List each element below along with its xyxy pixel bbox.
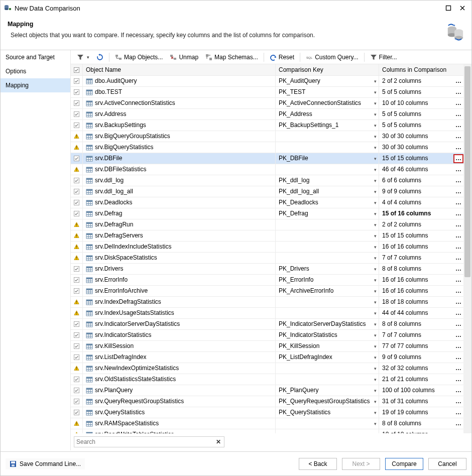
table-row[interactable]: srv.ActiveConnectionStatisticsPK_ActiveC… [71,98,463,109]
columns-cell[interactable]: 16 of 16 columns… [379,242,463,252]
back-button[interactable]: < Back [299,458,337,470]
columns-cell[interactable]: 7 of 7 columns… [379,330,463,340]
comparison-key-cell[interactable]: ▾ [276,253,379,263]
columns-cell[interactable]: 10 of 10 columns… [379,98,463,108]
row-checkbox[interactable] [71,186,83,197]
comparison-key-cell[interactable]: PK_ddl_log_all▾ [276,186,379,197]
row-checkbox[interactable] [71,175,83,186]
row-checkbox[interactable] [71,76,83,86]
edit-columns-button[interactable]: … [454,232,462,240]
unmap-button[interactable]: Unmap [167,52,201,63]
comparison-key-cell[interactable]: PK_ErrorInfo▾ [276,275,379,285]
custom-query-button[interactable]: SQL Custom Query... [303,52,361,63]
comparison-key-cell[interactable]: PK_IndicatorStatistics▾ [276,330,379,340]
columns-cell[interactable]: 100 of 100 columns… [379,385,463,396]
row-checkbox[interactable] [71,286,83,296]
edit-columns-button[interactable]: … [454,144,462,151]
edit-columns-button[interactable]: … [454,376,462,383]
comparison-key-cell[interactable]: ▾ [276,418,379,429]
table-row[interactable]: srv.QueryRequestGroupStatisticsPK_QueryR… [71,396,463,407]
edit-columns-button[interactable]: … [454,266,462,273]
save-command-line-button[interactable]: Save Command Line... [6,458,85,469]
search-input[interactable] [76,438,215,445]
table-row[interactable]: srv.ReadWriteTablesStatistics▾10 of 10 c… [71,429,463,433]
table-row[interactable]: srv.ErrorInfoArchivePK_ArchiveErrorInfo▾… [71,286,463,297]
row-checkbox[interactable] [71,153,83,164]
edit-columns-button[interactable]: … [454,343,462,350]
table-row[interactable]: srv.BackupSettingsPK_BackupSettings_1▾5 … [71,120,463,131]
comparison-key-cell[interactable]: PK_Defrag▾ [276,208,379,219]
edit-columns-button[interactable]: … [454,89,462,96]
comparison-key-cell[interactable]: PK_QueryStatistics▾ [276,407,379,418]
table-row[interactable]: srv.DeadlocksPK_Deadlocks▾4 of 4 columns… [71,197,463,208]
row-checkbox[interactable] [71,275,83,285]
table-row[interactable]: srv.IndexDefragStatistics▾18 of 18 colum… [71,297,463,308]
table-row[interactable]: srv.RAMSpaceStatistics▾8 of 8 columns… [71,418,463,429]
edit-columns-button[interactable]: … [454,387,462,394]
columns-cell[interactable]: 7 of 7 columns… [379,253,463,263]
comparison-key-cell[interactable]: PK_PlanQuery▾ [276,385,379,396]
comparison-key-cell[interactable]: PK_AuditQuery▾ [276,76,379,86]
table-row[interactable]: srv.NewIndexOptimizeStatistics▾32 of 32 … [71,363,463,374]
edit-columns-button[interactable]: … [454,420,462,427]
table-row[interactable]: dbo.AuditQueryPK_AuditQuery▾2 of 2 colum… [71,76,463,87]
comparison-key-cell[interactable]: PK_IndicatorServerDayStatistics▾ [276,319,379,329]
edit-columns-button[interactable]: … [454,244,462,251]
edit-columns-button[interactable]: … [454,199,462,206]
col-comparison-key[interactable]: Comparison Key [276,64,379,75]
sidebar-item-mapping[interactable]: Mapping [1,78,70,92]
columns-cell[interactable]: 19 of 19 columns… [379,407,463,418]
comparison-key-cell[interactable]: ▾ [276,131,379,142]
cancel-button[interactable]: Cancel [428,458,466,470]
edit-columns-button[interactable]: … [454,288,462,295]
table-row[interactable]: dbo.TESTPK_TEST▾5 of 5 columns… [71,87,463,98]
col-object-name[interactable]: Object Name [83,64,276,75]
columns-cell[interactable]: 8 of 8 columns… [379,418,463,429]
edit-columns-button[interactable]: … [454,398,462,405]
comparison-key-cell[interactable]: ▾ [276,219,379,230]
comparison-key-cell[interactable]: PK_KillSession▾ [276,341,379,351]
columns-cell[interactable]: 30 of 30 columns… [379,142,463,153]
comparison-key-cell[interactable]: PK_ddl_log▾ [276,175,379,186]
comparison-key-cell[interactable]: PK_ArchiveErrorInfo▾ [276,286,379,296]
edit-columns-button[interactable]: … [454,177,462,184]
edit-columns-button[interactable]: … [454,210,462,217]
row-checkbox[interactable] [71,330,83,340]
edit-columns-button[interactable]: … [454,299,462,306]
table-row[interactable]: srv.DefragPK_Defrag▾15 of 16 columns… [71,208,463,219]
edit-columns-button[interactable]: … [454,78,462,85]
comparison-key-cell[interactable]: ▾ [276,363,379,374]
clear-search-icon[interactable]: ✕ [215,438,222,445]
comparison-key-cell[interactable]: ▾ [276,374,379,385]
columns-cell[interactable]: 16 of 16 columns… [379,286,463,296]
row-checkbox[interactable] [71,208,83,219]
table-row[interactable]: srv.PlanQueryPK_PlanQuery▾100 of 100 col… [71,385,463,396]
select-all-checkbox[interactable] [71,64,83,75]
map-objects-button[interactable]: Map Objects... [112,52,166,63]
edit-columns-button[interactable]: … [454,111,462,118]
comparison-key-cell[interactable]: ▾ [276,164,379,175]
columns-cell[interactable]: 31 of 31 columns… [379,396,463,407]
table-row[interactable]: srv.KillSessionPK_KillSession▾77 of 77 c… [71,341,463,352]
comparison-key-cell[interactable]: ▾ [276,308,379,318]
table-row[interactable]: srv.DiskSpaceStatistics▾7 of 7 columns… [71,253,463,264]
table-row[interactable]: srv.IndicatorStatisticsPK_IndicatorStati… [71,330,463,341]
row-checkbox[interactable] [71,407,83,418]
columns-cell[interactable]: 18 of 18 columns… [379,297,463,307]
columns-cell[interactable]: 15 of 16 columns… [379,208,463,219]
filter-dropdown-button[interactable]: ▾ [74,52,92,63]
comparison-key-cell[interactable]: PK_QueryRequestGroupStatistics▾ [276,396,379,407]
scrollbar-thumb[interactable] [464,66,470,277]
columns-cell[interactable]: 77 of 77 columns… [379,341,463,351]
edit-columns-button[interactable]: … [454,332,462,339]
columns-cell[interactable]: 9 of 9 columns… [379,352,463,363]
columns-cell[interactable]: 9 of 9 columns… [379,186,463,197]
row-checkbox[interactable] [71,352,83,363]
edit-columns-button[interactable]: … [454,277,462,284]
comparison-key-cell[interactable]: PK_BackupSettings_1▾ [276,120,379,131]
col-columns[interactable]: Columns in Comparison [379,64,463,75]
filter-button[interactable]: Filter... [367,52,400,63]
table-row[interactable]: srv.DefragRun▾2 of 2 columns… [71,219,463,230]
edit-columns-button[interactable]: … [454,409,462,416]
compare-button[interactable]: Compare [385,458,423,470]
